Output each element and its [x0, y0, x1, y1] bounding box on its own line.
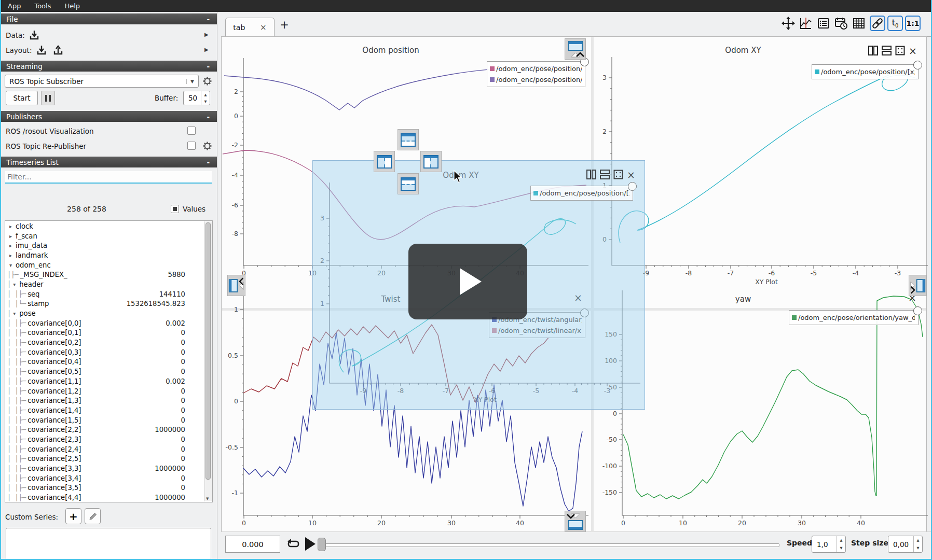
tree-row[interactable]: ▸f_scan [7, 231, 212, 241]
legend-entry[interactable]: /odom_enc/pose/position/[x;y] [533, 188, 629, 199]
tree-row[interactable]: ▾odom_enc [7, 260, 212, 270]
tree-row[interactable]: │ │└─stamp1532618545.823 [7, 299, 212, 309]
legend-toggle-icon[interactable] [816, 16, 831, 31]
load-data-icon[interactable] [28, 29, 40, 41]
tree-row[interactable]: │ │├─covariance[0,4]0 [7, 357, 212, 367]
plot-legend-odom-position[interactable]: /odom_enc/pose/position/x/odom_enc/pose/… [487, 61, 585, 87]
ratio-1-1-icon[interactable]: 1:1 [905, 16, 921, 31]
tree-row[interactable]: ▸imu_data [7, 241, 212, 250]
plot-legend-odom-xy[interactable]: /odom_enc/pose/position/[x;y] [812, 64, 919, 79]
spinner-arrows[interactable]: ▲▼ [201, 91, 210, 105]
add-custom-series-button[interactable]: + [65, 508, 81, 524]
publisher-republisher-checkbox[interactable] [187, 142, 196, 150]
custom-series-list[interactable] [6, 528, 211, 560]
tree-row[interactable]: │ │├─covariance[2,5]0 [7, 454, 212, 464]
tab-close-icon[interactable]: × [260, 23, 267, 32]
tree-row[interactable]: │ │├─covariance[1,5]0 [7, 415, 212, 425]
dock-edge-right-button[interactable] [909, 275, 927, 296]
tree-expand-icon[interactable]: ▸ [7, 233, 14, 239]
load-layout-icon[interactable] [35, 44, 48, 57]
streaming-section-header[interactable]: Streaming - [1, 61, 217, 72]
start-button[interactable]: Start [6, 91, 38, 105]
tree-row[interactable]: │ │├─covariance[2,2]1000000 [7, 425, 212, 435]
split-vertical-icon[interactable] [600, 170, 610, 179]
loop-icon[interactable] [286, 537, 301, 552]
menu-tools[interactable]: Tools [28, 1, 58, 11]
save-layout-icon[interactable] [52, 44, 64, 57]
tree-row[interactable]: │ │├─covariance[0,2]0 [7, 338, 212, 347]
tree-row[interactable]: │ │├─covariance[3,4]0 [7, 473, 212, 483]
tree-row[interactable]: │ │├─covariance[0,1]0 [7, 328, 212, 338]
step-size-spinner[interactable]: 0,00 ▲▼ [888, 536, 923, 553]
tree-row[interactable]: │ │├─covariance[1,4]0 [7, 405, 212, 415]
values-checkbox[interactable] [171, 205, 179, 213]
collapse-icon[interactable]: - [207, 62, 210, 71]
tree-row[interactable]: │▾pose [7, 309, 212, 318]
legend-entry[interactable]: /odom_enc/pose/position/[x;y] [815, 66, 915, 77]
tree-row[interactable]: ▸landmark [7, 250, 212, 260]
tree-collapse-icon[interactable]: ▾ [11, 282, 18, 287]
time-slider[interactable] [319, 543, 779, 547]
dock-edge-up-button[interactable] [565, 38, 586, 60]
filter-input[interactable] [5, 171, 212, 184]
republisher-gear-icon[interactable] [202, 141, 212, 151]
maximize-icon[interactable] [895, 46, 905, 55]
pause-button[interactable] [41, 91, 55, 105]
dock-edge-down-button[interactable] [565, 511, 586, 532]
current-time-field[interactable]: 0.000 [225, 536, 280, 553]
dock-bottom-button[interactable] [398, 173, 419, 194]
tree-scrollbar[interactable]: ▼ [204, 221, 212, 501]
datetime-icon[interactable] [833, 16, 849, 31]
split-horizontal-icon[interactable] [868, 46, 878, 55]
collapse-icon[interactable]: - [207, 158, 210, 166]
grid-layout-icon[interactable] [851, 16, 867, 31]
collapse-icon[interactable]: - [207, 113, 210, 121]
legend-entry[interactable]: /odom_enc/pose/position/x [490, 63, 582, 74]
tree-row[interactable]: │ │├─covariance[0,3]0 [7, 347, 212, 357]
tree-expand-icon[interactable]: ▸ [7, 253, 14, 258]
legend-entry[interactable]: /odom_enc/pose/orientation/yaw_deg [792, 312, 915, 323]
tree-expand-icon[interactable]: ▸ [7, 243, 14, 248]
spinner-arrows[interactable]: ▲▼ [913, 536, 922, 552]
maximize-icon[interactable] [613, 170, 623, 179]
menu-app[interactable]: App [1, 1, 28, 11]
tree-expand-icon[interactable]: ▸ [7, 223, 14, 229]
video-play-button[interactable] [408, 244, 527, 319]
tree-row[interactable]: │├─_MSG_INDEX_5880 [7, 270, 212, 279]
close-plot-button[interactable]: × [909, 47, 917, 54]
curve-tracker-icon[interactable] [798, 16, 814, 31]
play-button[interactable] [304, 537, 317, 551]
tree-row[interactable]: │ │├─covariance[0,5]0 [7, 367, 212, 376]
dock-edge-left-button[interactable] [227, 275, 245, 296]
time-offset-icon[interactable]: t0 [887, 16, 903, 31]
spinner-arrows[interactable]: ▲▼ [837, 536, 845, 552]
dock-left-button[interactable] [374, 151, 395, 172]
tree-row[interactable]: │ │├─covariance[3,5]0 [7, 483, 212, 493]
tree-row[interactable]: │ │├─covariance[2,4]0 [7, 444, 212, 454]
collapse-icon[interactable]: - [207, 15, 210, 23]
publisher-rosout-checkbox[interactable] [187, 127, 196, 135]
edit-custom-series-button[interactable] [85, 508, 101, 524]
split-horizontal-icon[interactable] [586, 170, 596, 179]
tab-main[interactable]: tab × [225, 18, 275, 37]
plot-legend-ghost-odom-xy[interactable]: /odom_enc/pose/position/[x;y] [530, 186, 633, 201]
legend-drag-handle[interactable] [913, 306, 922, 315]
legend-drag-handle[interactable] [628, 182, 637, 191]
split-vertical-icon[interactable] [882, 46, 892, 55]
tree-row[interactable]: │ │├─covariance[1,2]0 [7, 386, 212, 396]
buffer-spinner[interactable]: 50 ▲▼ [183, 91, 210, 105]
tree-row[interactable]: │ │├─covariance[3,3]1000000 [7, 464, 212, 473]
dock-right-button[interactable] [420, 151, 442, 172]
layout-submenu-arrow[interactable]: ▶ [204, 47, 209, 52]
move-tool-icon[interactable] [780, 16, 796, 31]
time-slider-handle[interactable] [318, 538, 326, 551]
streaming-source-select[interactable]: ROS Topic Subscriber ▼ [5, 75, 199, 88]
streaming-gear-icon[interactable] [202, 76, 212, 86]
menu-help[interactable]: Help [58, 1, 87, 11]
legend-entry[interactable]: /odom_enc/pose/position/y [490, 74, 582, 85]
close-plot-button[interactable]: × [627, 171, 635, 178]
plot-legend-yaw[interactable]: /odom_enc/pose/orientation/yaw_deg [789, 310, 919, 325]
tree-row[interactable]: │ │├─covariance[0,0]0.002 [7, 318, 212, 328]
speed-spinner[interactable]: 1,0 ▲▼ [812, 536, 846, 553]
tree-row[interactable]: ▸clock [7, 221, 212, 231]
